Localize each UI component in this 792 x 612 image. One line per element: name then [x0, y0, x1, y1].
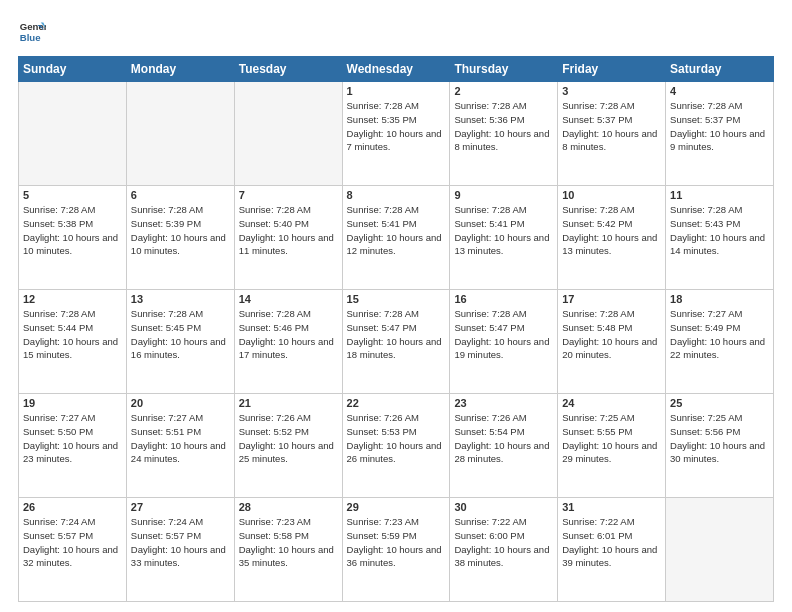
day-cell — [666, 498, 774, 602]
day-number: 31 — [562, 501, 661, 513]
day-info: Sunrise: 7:26 AMSunset: 5:52 PMDaylight:… — [239, 411, 338, 466]
day-number: 17 — [562, 293, 661, 305]
day-number: 23 — [454, 397, 553, 409]
day-number: 2 — [454, 85, 553, 97]
day-info: Sunrise: 7:28 AMSunset: 5:47 PMDaylight:… — [347, 307, 446, 362]
day-cell: 7Sunrise: 7:28 AMSunset: 5:40 PMDaylight… — [234, 186, 342, 290]
day-number: 5 — [23, 189, 122, 201]
svg-text:Blue: Blue — [20, 32, 41, 43]
day-cell: 1Sunrise: 7:28 AMSunset: 5:35 PMDaylight… — [342, 82, 450, 186]
day-cell: 25Sunrise: 7:25 AMSunset: 5:56 PMDayligh… — [666, 394, 774, 498]
day-info: Sunrise: 7:28 AMSunset: 5:41 PMDaylight:… — [454, 203, 553, 258]
day-cell: 31Sunrise: 7:22 AMSunset: 6:01 PMDayligh… — [558, 498, 666, 602]
day-number: 27 — [131, 501, 230, 513]
week-row-5: 26Sunrise: 7:24 AMSunset: 5:57 PMDayligh… — [19, 498, 774, 602]
weekday-header-row: SundayMondayTuesdayWednesdayThursdayFrid… — [19, 57, 774, 82]
day-cell: 27Sunrise: 7:24 AMSunset: 5:57 PMDayligh… — [126, 498, 234, 602]
day-cell: 9Sunrise: 7:28 AMSunset: 5:41 PMDaylight… — [450, 186, 558, 290]
day-cell: 21Sunrise: 7:26 AMSunset: 5:52 PMDayligh… — [234, 394, 342, 498]
day-cell: 5Sunrise: 7:28 AMSunset: 5:38 PMDaylight… — [19, 186, 127, 290]
day-info: Sunrise: 7:27 AMSunset: 5:51 PMDaylight:… — [131, 411, 230, 466]
day-number: 1 — [347, 85, 446, 97]
day-number: 26 — [23, 501, 122, 513]
day-number: 3 — [562, 85, 661, 97]
weekday-header-saturday: Saturday — [666, 57, 774, 82]
day-cell — [126, 82, 234, 186]
day-info: Sunrise: 7:28 AMSunset: 5:46 PMDaylight:… — [239, 307, 338, 362]
day-cell: 14Sunrise: 7:28 AMSunset: 5:46 PMDayligh… — [234, 290, 342, 394]
day-number: 11 — [670, 189, 769, 201]
day-info: Sunrise: 7:28 AMSunset: 5:48 PMDaylight:… — [562, 307, 661, 362]
day-cell: 17Sunrise: 7:28 AMSunset: 5:48 PMDayligh… — [558, 290, 666, 394]
day-info: Sunrise: 7:28 AMSunset: 5:43 PMDaylight:… — [670, 203, 769, 258]
day-cell: 15Sunrise: 7:28 AMSunset: 5:47 PMDayligh… — [342, 290, 450, 394]
day-info: Sunrise: 7:28 AMSunset: 5:35 PMDaylight:… — [347, 99, 446, 154]
day-cell — [19, 82, 127, 186]
day-cell: 4Sunrise: 7:28 AMSunset: 5:37 PMDaylight… — [666, 82, 774, 186]
day-cell: 24Sunrise: 7:25 AMSunset: 5:55 PMDayligh… — [558, 394, 666, 498]
day-info: Sunrise: 7:27 AMSunset: 5:50 PMDaylight:… — [23, 411, 122, 466]
logo-icon: General Blue — [18, 18, 46, 46]
day-cell: 6Sunrise: 7:28 AMSunset: 5:39 PMDaylight… — [126, 186, 234, 290]
day-info: Sunrise: 7:28 AMSunset: 5:41 PMDaylight:… — [347, 203, 446, 258]
day-info: Sunrise: 7:24 AMSunset: 5:57 PMDaylight:… — [131, 515, 230, 570]
week-row-1: 1Sunrise: 7:28 AMSunset: 5:35 PMDaylight… — [19, 82, 774, 186]
day-info: Sunrise: 7:23 AMSunset: 5:58 PMDaylight:… — [239, 515, 338, 570]
day-number: 29 — [347, 501, 446, 513]
day-info: Sunrise: 7:23 AMSunset: 5:59 PMDaylight:… — [347, 515, 446, 570]
weekday-header-monday: Monday — [126, 57, 234, 82]
day-number: 24 — [562, 397, 661, 409]
day-cell: 19Sunrise: 7:27 AMSunset: 5:50 PMDayligh… — [19, 394, 127, 498]
day-info: Sunrise: 7:28 AMSunset: 5:37 PMDaylight:… — [562, 99, 661, 154]
day-info: Sunrise: 7:28 AMSunset: 5:44 PMDaylight:… — [23, 307, 122, 362]
day-cell: 29Sunrise: 7:23 AMSunset: 5:59 PMDayligh… — [342, 498, 450, 602]
day-info: Sunrise: 7:28 AMSunset: 5:40 PMDaylight:… — [239, 203, 338, 258]
day-cell: 30Sunrise: 7:22 AMSunset: 6:00 PMDayligh… — [450, 498, 558, 602]
day-info: Sunrise: 7:28 AMSunset: 5:45 PMDaylight:… — [131, 307, 230, 362]
day-number: 8 — [347, 189, 446, 201]
day-number: 12 — [23, 293, 122, 305]
day-cell — [234, 82, 342, 186]
weekday-header-sunday: Sunday — [19, 57, 127, 82]
day-cell: 22Sunrise: 7:26 AMSunset: 5:53 PMDayligh… — [342, 394, 450, 498]
week-row-4: 19Sunrise: 7:27 AMSunset: 5:50 PMDayligh… — [19, 394, 774, 498]
day-number: 21 — [239, 397, 338, 409]
day-number: 4 — [670, 85, 769, 97]
weekday-header-thursday: Thursday — [450, 57, 558, 82]
day-number: 15 — [347, 293, 446, 305]
day-cell: 16Sunrise: 7:28 AMSunset: 5:47 PMDayligh… — [450, 290, 558, 394]
week-row-3: 12Sunrise: 7:28 AMSunset: 5:44 PMDayligh… — [19, 290, 774, 394]
day-number: 16 — [454, 293, 553, 305]
day-info: Sunrise: 7:25 AMSunset: 5:55 PMDaylight:… — [562, 411, 661, 466]
day-cell: 8Sunrise: 7:28 AMSunset: 5:41 PMDaylight… — [342, 186, 450, 290]
day-info: Sunrise: 7:26 AMSunset: 5:54 PMDaylight:… — [454, 411, 553, 466]
day-info: Sunrise: 7:28 AMSunset: 5:42 PMDaylight:… — [562, 203, 661, 258]
week-row-2: 5Sunrise: 7:28 AMSunset: 5:38 PMDaylight… — [19, 186, 774, 290]
day-number: 25 — [670, 397, 769, 409]
logo: General Blue — [18, 18, 50, 46]
day-cell: 11Sunrise: 7:28 AMSunset: 5:43 PMDayligh… — [666, 186, 774, 290]
day-info: Sunrise: 7:28 AMSunset: 5:47 PMDaylight:… — [454, 307, 553, 362]
day-number: 30 — [454, 501, 553, 513]
day-cell: 18Sunrise: 7:27 AMSunset: 5:49 PMDayligh… — [666, 290, 774, 394]
day-cell: 2Sunrise: 7:28 AMSunset: 5:36 PMDaylight… — [450, 82, 558, 186]
day-number: 28 — [239, 501, 338, 513]
day-info: Sunrise: 7:28 AMSunset: 5:38 PMDaylight:… — [23, 203, 122, 258]
day-info: Sunrise: 7:28 AMSunset: 5:39 PMDaylight:… — [131, 203, 230, 258]
day-number: 10 — [562, 189, 661, 201]
day-info: Sunrise: 7:24 AMSunset: 5:57 PMDaylight:… — [23, 515, 122, 570]
calendar-table: SundayMondayTuesdayWednesdayThursdayFrid… — [18, 56, 774, 602]
day-info: Sunrise: 7:22 AMSunset: 6:00 PMDaylight:… — [454, 515, 553, 570]
page: General Blue SundayMondayTuesdayWednesda… — [0, 0, 792, 612]
day-cell: 12Sunrise: 7:28 AMSunset: 5:44 PMDayligh… — [19, 290, 127, 394]
day-number: 20 — [131, 397, 230, 409]
day-number: 19 — [23, 397, 122, 409]
day-info: Sunrise: 7:22 AMSunset: 6:01 PMDaylight:… — [562, 515, 661, 570]
day-info: Sunrise: 7:28 AMSunset: 5:36 PMDaylight:… — [454, 99, 553, 154]
day-cell: 20Sunrise: 7:27 AMSunset: 5:51 PMDayligh… — [126, 394, 234, 498]
day-cell: 28Sunrise: 7:23 AMSunset: 5:58 PMDayligh… — [234, 498, 342, 602]
day-info: Sunrise: 7:25 AMSunset: 5:56 PMDaylight:… — [670, 411, 769, 466]
day-number: 18 — [670, 293, 769, 305]
day-cell: 26Sunrise: 7:24 AMSunset: 5:57 PMDayligh… — [19, 498, 127, 602]
day-number: 7 — [239, 189, 338, 201]
